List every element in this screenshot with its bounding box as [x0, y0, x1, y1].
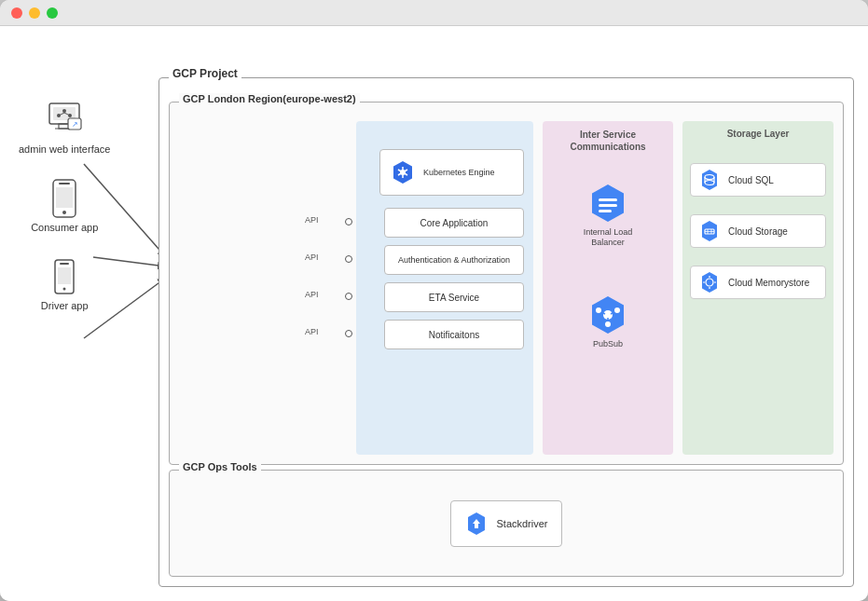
pubsub-icon [586, 294, 629, 336]
stackdriver-icon [464, 512, 489, 536]
eta-service-box: ETA Service [384, 282, 524, 312]
svg-point-28 [63, 288, 66, 291]
api2-dot [345, 255, 352, 263]
svg-point-24 [62, 211, 66, 214]
k8s-icon [390, 159, 416, 185]
cloud-sql-label: Cloud SQL [728, 175, 774, 185]
consumer-app-label: Consumer app [31, 222, 98, 234]
cloud-storage-item: Cloud Storage [690, 214, 826, 248]
svg-rect-39 [599, 210, 612, 212]
ops-tools-label: GCP Ops Tools [179, 461, 261, 472]
api4-label: API [305, 327, 319, 336]
svg-marker-36 [592, 184, 624, 222]
api1-label: API [305, 215, 319, 225]
consumer-app-icon [41, 179, 88, 218]
svg-point-44 [605, 321, 611, 327]
api3-label: API [305, 290, 319, 299]
pubsub-label: PubSub [593, 339, 623, 348]
admin-web-item: ↗ admin web interface [19, 101, 110, 156]
storage-layer-label: Storage Layer [682, 121, 834, 139]
svg-point-42 [596, 307, 601, 313]
titlebar [0, 0, 868, 26]
cloud-memorystore-label: Cloud Memorystore [728, 278, 809, 288]
svg-point-15 [62, 109, 66, 113]
admin-web-label: admin web interface [19, 143, 110, 156]
svg-rect-37 [599, 198, 617, 201]
pubsub-item: PubSub [586, 294, 629, 348]
diagram-canvas: ↗ admin web interface Consumer app [0, 26, 868, 601]
cloud-sql-item: Cloud SQL [690, 163, 826, 197]
api1-dot [345, 218, 352, 225]
k8s-engine-box: Kubernetes Engine [379, 149, 524, 196]
cloud-storage-label: Cloud Storage [728, 226, 788, 237]
maximize-button[interactable] [47, 7, 58, 19]
driver-app-item: Driver app [19, 257, 110, 312]
notifications-box: Notificaitons [384, 320, 524, 349]
auth-label: Authentication & Authorization [398, 255, 510, 265]
london-region-label: GCP London Region(europe-west2) [179, 93, 360, 104]
gcp-project-label: GCP Project [169, 67, 241, 80]
svg-rect-25 [56, 187, 73, 208]
ops-tools-box: GCP Ops Tools Stackdriver [169, 470, 844, 577]
close-button[interactable] [11, 7, 22, 19]
core-application-box: Core Application [384, 208, 524, 238]
minimize-button[interactable] [29, 7, 40, 19]
london-region-box: GCP London Region(europe-west2) Kubernet… [169, 102, 844, 465]
svg-text:↗: ↗ [72, 120, 78, 129]
svg-point-35 [400, 170, 406, 175]
svg-point-43 [614, 307, 620, 313]
driver-app-icon [41, 257, 88, 296]
svg-rect-38 [599, 204, 617, 207]
core-application-label: Core Application [420, 218, 489, 228]
auth-box: Authentication & Authorization [384, 245, 524, 275]
api4-dot [345, 330, 352, 337]
svg-rect-27 [60, 263, 69, 265]
cloud-memorystore-item: Cloud Memorystore [690, 266, 826, 299]
storage-layer-section: Storage Layer Cloud SQL [682, 121, 834, 455]
cloud-memorystore-icon [698, 271, 721, 294]
internal-lb-icon [586, 182, 629, 225]
api3-dot [345, 293, 352, 300]
eta-service-label: ETA Service [429, 293, 479, 303]
gcp-project-box: GCP Project GCP London Region(europe-wes… [158, 77, 854, 587]
k8s-section: Kubernetes Engine API API API API [356, 121, 533, 455]
cloud-sql-icon [698, 169, 721, 191]
internal-lb-item: Internal Load Balancer [575, 182, 641, 248]
stackdriver-label: Stackdriver [496, 518, 547, 529]
internal-lb-label: Internal Load Balancer [575, 227, 641, 248]
inter-service-section: Inter Service Communications Internal Lo… [543, 121, 673, 455]
stackdriver-box: Stackdriver [450, 500, 562, 547]
consumer-app-item: Consumer app [19, 179, 110, 234]
notifications-label: Notificaitons [429, 330, 479, 340]
admin-web-icon: ↗ [41, 101, 88, 140]
clients-section: ↗ admin web interface Consumer app [19, 101, 110, 313]
driver-app-label: Driver app [41, 300, 89, 312]
k8s-engine-label: Kubernetes Engine [423, 168, 495, 178]
svg-rect-29 [58, 267, 71, 284]
cloud-storage-icon [698, 220, 721, 242]
app-window: ↗ admin web interface Consumer app [0, 0, 868, 601]
inter-service-label: Inter Service Communications [543, 121, 673, 153]
svg-rect-23 [59, 183, 70, 184]
api2-label: API [305, 253, 319, 262]
